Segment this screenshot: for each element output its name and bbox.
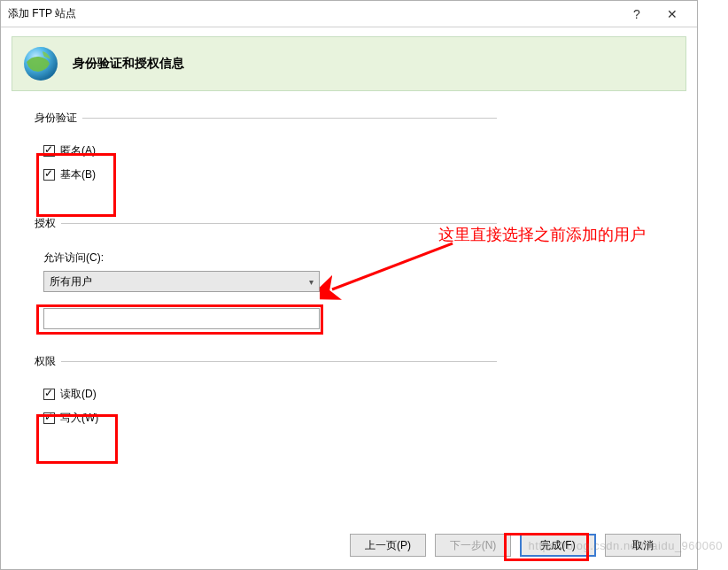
authorization-legend: 授权 (35, 216, 61, 231)
auth-legend: 身份验证 (35, 111, 82, 126)
checkbox-read-label: 读取(D) (60, 387, 97, 402)
auth-group: 身份验证 匿名(A) 基本(B) (36, 111, 497, 191)
window-title: 添加 FTP 站点 (8, 6, 619, 21)
dialog-window: 添加 FTP 站点 ? ✕ 身份验证和授权信息 身份验证 匿名 (0, 0, 698, 570)
checkbox-anonymous-row[interactable]: 匿名(A) (43, 143, 497, 158)
checkbox-basic-row[interactable]: 基本(B) (43, 167, 497, 182)
permissions-group: 权限 读取(D) 写入(W) (36, 354, 497, 435)
checkbox-write-row[interactable]: 写入(W) (43, 411, 497, 426)
annotation-text: 这里直接选择之前添加的用户 (438, 224, 646, 245)
checkbox-anonymous[interactable] (43, 145, 55, 157)
checkbox-read[interactable] (43, 389, 55, 400)
page-title: 身份验证和授权信息 (73, 56, 184, 72)
checkbox-basic[interactable] (43, 169, 55, 181)
watermark: https://blog.csdn.net/baidu_960060 (529, 539, 723, 552)
content-area: 身份验证 匿名(A) 基本(B) 授权 允许访问(C): 所有用户 ▾ 权限 (1, 91, 697, 435)
allow-access-label: 允许访问(C): (43, 250, 497, 266)
checkbox-write-label: 写入(W) (60, 411, 98, 426)
help-button[interactable]: ? (619, 7, 654, 21)
allow-access-value: 所有用户 (50, 274, 92, 289)
checkbox-basic-label: 基本(B) (60, 167, 96, 182)
allow-access-select[interactable]: 所有用户 ▾ (43, 271, 320, 292)
chevron-down-icon: ▾ (309, 277, 314, 287)
authorization-group: 授权 允许访问(C): 所有用户 ▾ (36, 216, 497, 329)
globe-icon (21, 44, 60, 83)
prev-button[interactable]: 上一页(P) (350, 534, 426, 557)
checkbox-read-row[interactable]: 读取(D) (43, 387, 497, 402)
next-button: 下一步(N) (435, 534, 511, 557)
titlebar: 添加 FTP 站点 ? ✕ (1, 1, 697, 27)
page-header: 身份验证和授权信息 (12, 36, 686, 91)
user-input[interactable] (43, 308, 320, 329)
checkbox-anonymous-label: 匿名(A) (60, 143, 96, 158)
permissions-legend: 权限 (35, 354, 61, 369)
close-button[interactable]: ✕ (654, 7, 690, 21)
checkbox-write[interactable] (43, 412, 55, 424)
